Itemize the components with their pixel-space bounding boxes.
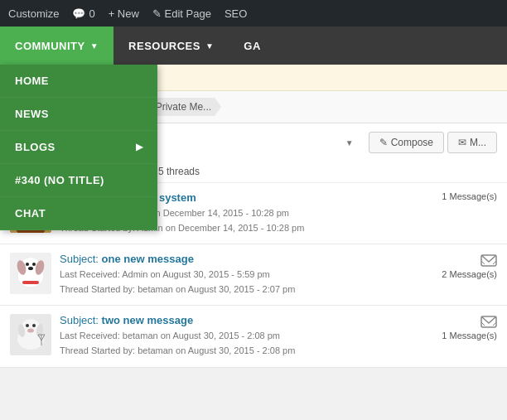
chevron-down-icon: ▼	[90, 41, 99, 51]
dropdown-item-home[interactable]: HOME	[0, 65, 157, 98]
admin-bar: Customize 💬 0 + New ✎ Edit Page SEO	[0, 0, 507, 27]
seo-button[interactable]: SEO	[225, 7, 247, 20]
message-row[interactable]: Subject: two new message Last Received: …	[0, 306, 507, 367]
svg-point-22	[26, 324, 29, 327]
message-content: Subject: two new message Last Received: …	[60, 314, 433, 358]
nav-bar: COMMUNITY ▼ HOME NEWS BLOGS ▶ #340 (NO T…	[0, 27, 507, 65]
svg-point-12	[28, 267, 33, 270]
nav-resources[interactable]: RESOURCES ▼	[113, 27, 229, 65]
message-subject[interactable]: Subject: two new message	[60, 314, 433, 326]
message-meta: Last Received: betaman on August 30, 201…	[60, 329, 433, 358]
avatar	[10, 314, 51, 355]
message-content: Subject: one new message Last Received: …	[60, 253, 433, 297]
message-count: 1 Message(s)	[442, 191, 497, 201]
compose-button[interactable]: ✎ Compose	[369, 132, 444, 153]
mark-icon: ✉	[458, 137, 466, 148]
avatar	[10, 253, 51, 294]
message-meta: Last Received: Admin on August 30, 2015 …	[60, 268, 433, 297]
svg-point-11	[32, 263, 36, 266]
avatar-svg	[10, 253, 51, 294]
comment-count[interactable]: 💬 0	[72, 7, 94, 20]
customize-button[interactable]: Customize	[8, 7, 59, 20]
dropdown-item-340[interactable]: #340 (NO TITLE)	[0, 164, 157, 197]
action-buttons: ✎ Compose ✉ M...	[369, 132, 497, 153]
community-dropdown: HOME NEWS BLOGS ▶ #340 (NO TITLE) CHAT	[0, 65, 157, 230]
new-button[interactable]: + New	[109, 7, 139, 20]
message-count: 1 Message(s)	[442, 314, 497, 340]
comment-bubble-icon: 💬	[72, 7, 85, 20]
svg-point-23	[32, 324, 36, 327]
message-row[interactable]: Subject: one new message Last Received: …	[0, 244, 507, 306]
nav-ga[interactable]: GA	[229, 27, 276, 65]
customize-label: Customize	[8, 7, 59, 20]
svg-point-10	[26, 263, 29, 266]
chevron-down-icon: ▼	[205, 41, 214, 51]
message-count: 2 Message(s)	[442, 253, 497, 279]
compose-icon: ✎	[379, 137, 388, 148]
svg-point-24	[27, 329, 34, 333]
dropdown-item-news[interactable]: NEWS	[0, 98, 157, 131]
edit-page-button[interactable]: ✎ Edit Page	[152, 7, 211, 20]
mark-button[interactable]: ✉ M...	[447, 132, 497, 153]
message-icon	[480, 253, 497, 269]
message-icon	[480, 314, 497, 331]
nav-community[interactable]: COMMUNITY ▼ HOME NEWS BLOGS ▶ #340 (NO T…	[0, 27, 113, 65]
message-subject[interactable]: Subject: one new message	[60, 253, 433, 265]
chevron-right-icon: ▶	[136, 142, 143, 152]
dropdown-item-chat[interactable]: CHAT	[0, 197, 157, 230]
svg-rect-13	[22, 281, 39, 284]
dropdown-item-blogs[interactable]: BLOGS ▶	[0, 131, 157, 164]
avatar-svg	[10, 314, 51, 355]
